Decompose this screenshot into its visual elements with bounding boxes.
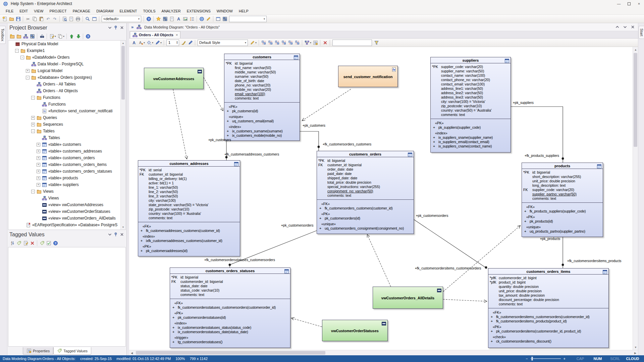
perspective-combo[interactable]: <default>▾ <box>102 16 141 22</box>
tree-expander[interactable]: - <box>31 190 35 193</box>
new-diagram-icon[interactable] <box>22 33 29 40</box>
close-button[interactable]: × <box>634 0 644 7</box>
draw-icon[interactable] <box>205 15 212 22</box>
entity-customers_addresses[interactable]: customers_addresses*PKid: serialFKcustom… <box>138 160 240 256</box>
help-icon[interactable]: ? <box>145 15 152 22</box>
vertical-scrollbar[interactable]: ▲ ▼ <box>633 47 638 350</box>
tree-expander[interactable]: + <box>37 156 40 160</box>
menu-project[interactable]: PROJECT <box>46 8 69 14</box>
panel-splitter[interactable] <box>127 23 129 355</box>
help-icon[interactable]: ? <box>85 33 91 40</box>
panel-menu-icon[interactable] <box>107 25 112 31</box>
tree-item[interactable]: +«table» customers_orders_statuses <box>8 168 125 175</box>
tree-item[interactable]: -Views <box>8 188 125 195</box>
zoom-slider[interactable]: − + <box>526 357 566 361</box>
tree-expander[interactable]: + <box>37 143 40 146</box>
add-tag-icon[interactable] <box>39 240 45 246</box>
model-search-combo[interactable]: ▾ <box>229 16 267 22</box>
auto-layout-icon[interactable] <box>304 39 310 46</box>
favorites-icon[interactable] <box>155 15 162 22</box>
menu-view[interactable]: VIEW <box>31 8 46 14</box>
save-icon[interactable] <box>15 15 21 22</box>
redo-icon[interactable]: ↷ <box>51 15 58 22</box>
menu-help[interactable]: HELP <box>236 8 252 14</box>
align-top-icon[interactable] <box>274 39 280 46</box>
chevron-up-icon[interactable] <box>614 24 621 31</box>
duplicate-icon[interactable] <box>57 33 63 40</box>
entity-vwCustomerAddresses[interactable]: vwCustomerAddresses <box>144 68 204 89</box>
diagram-layout-icon[interactable] <box>162 15 168 22</box>
tree-item[interactable]: +«table» products <box>8 175 125 181</box>
tab-orders-all-objects[interactable]: Orders - All Objects × <box>130 31 180 38</box>
tree-item[interactable]: Data Model - PostgreSQL <box>8 61 125 67</box>
delete-value-icon[interactable] <box>29 240 36 246</box>
entity-vwCustomerOrderStatuses[interactable]: vwCustomerOrderStatuses <box>322 320 388 341</box>
tree-expander[interactable]: + <box>37 176 40 180</box>
line-color-icon[interactable] <box>154 39 161 46</box>
tagged-values-list[interactable] <box>8 247 126 347</box>
filter-icon[interactable] <box>373 39 380 46</box>
tree-item[interactable]: -Example1 <box>8 47 125 54</box>
tree-item[interactable]: -«DataModel» Orders <box>8 54 125 61</box>
delete-icon[interactable] <box>322 39 328 46</box>
align-left-icon[interactable] <box>260 39 267 46</box>
tree-item[interactable]: +Logical Model <box>8 67 125 74</box>
edit-icon[interactable] <box>48 33 55 40</box>
entity-products[interactable]: products*PKid: bigserialshort_descriptio… <box>522 163 603 237</box>
tree-item[interactable]: «view» vwCustomerOrders_AllDetails <box>8 215 125 222</box>
move-down-icon[interactable] <box>75 33 82 40</box>
chevron-down-icon[interactable] <box>622 24 628 31</box>
tree-expander[interactable]: - <box>15 49 19 53</box>
notes-icon[interactable] <box>168 15 175 22</box>
paste-icon[interactable] <box>38 15 45 22</box>
menu-window[interactable]: WINDOW <box>214 8 236 14</box>
entity-vwCustomerOrders_AllDetails[interactable]: vwCustomerOrders_AllDetails <box>373 287 443 309</box>
entity-customers_orders[interactable]: customers_orders*PKid: bigserialFKcustom… <box>317 151 414 234</box>
close-diagram-icon[interactable] <box>629 24 636 31</box>
minimize-button[interactable]: — <box>614 0 624 7</box>
chevron-down-icon[interactable]: ▾ <box>245 41 246 44</box>
menu-element[interactable]: ELEMENT <box>116 8 140 14</box>
search-icon[interactable] <box>84 15 91 22</box>
tree-item[interactable]: +«table» customers <box>8 141 125 148</box>
tree-expander[interactable]: + <box>31 116 35 120</box>
checklist-icon[interactable] <box>45 240 52 246</box>
image-icon[interactable] <box>182 15 189 22</box>
tree-expander[interactable]: + <box>37 170 40 173</box>
align-right-icon[interactable] <box>267 39 274 46</box>
tree-item[interactable]: +Sequences <box>8 121 125 128</box>
start-tab[interactable]: Start <box>639 26 644 39</box>
entity-suppliers[interactable]: suppliers*PKsupplier_code: varchar(20)su… <box>430 57 511 153</box>
dropdown-caret-icon[interactable]: ▾ <box>152 41 153 44</box>
tree-item[interactable]: -Functions <box>8 94 125 101</box>
entity-send_customer_notification[interactable]: send_customer_notificationfx <box>338 66 398 87</box>
text-style-icon[interactable]: A <box>175 15 182 22</box>
maximize-button[interactable] <box>624 0 634 7</box>
same-height-icon[interactable] <box>294 39 301 46</box>
tree-expander[interactable]: - <box>26 76 30 79</box>
cut-icon[interactable]: ✂ <box>24 15 31 22</box>
dropdown-caret-icon[interactable]: ▾ <box>63 35 64 38</box>
tree-expander[interactable]: + <box>31 123 35 126</box>
tree-expander[interactable]: + <box>37 183 40 187</box>
filter-input[interactable] <box>332 40 372 46</box>
tree-item[interactable]: +«table» customers_orders_items <box>8 161 125 168</box>
tree-item[interactable]: +«table» customers_orders <box>8 155 125 161</box>
tree-item[interactable]: Physical Data Model <box>8 41 125 47</box>
panel-menu-icon[interactable] <box>107 232 112 237</box>
dropdown-caret-icon[interactable]: ▾ <box>255 41 257 44</box>
tree-item[interactable]: -Tables <box>8 128 125 134</box>
tree-item[interactable]: «view» vwCustomerAddresses <box>8 201 125 208</box>
tree-expander[interactable]: + <box>37 163 40 167</box>
print-icon[interactable] <box>74 15 81 22</box>
toolbox-tab[interactable]: Toolbox <box>0 26 6 44</box>
spinner-arrows-icon[interactable]: ▲▼ <box>176 41 178 44</box>
font-style-icon[interactable]: A <box>137 39 144 46</box>
entity-customers[interactable]: customers*PKid: bigserialfirst_name: var… <box>224 54 300 141</box>
tree-item[interactable]: «view» vwCustomerOrderStatuses <box>8 208 125 215</box>
tree-expander[interactable]: - <box>31 96 35 100</box>
new-element-icon[interactable] <box>29 33 36 40</box>
tag-icon[interactable] <box>15 240 22 246</box>
close-panel-icon[interactable] <box>119 25 124 31</box>
tree-item[interactable]: +«table» customers_addresses <box>8 148 125 155</box>
